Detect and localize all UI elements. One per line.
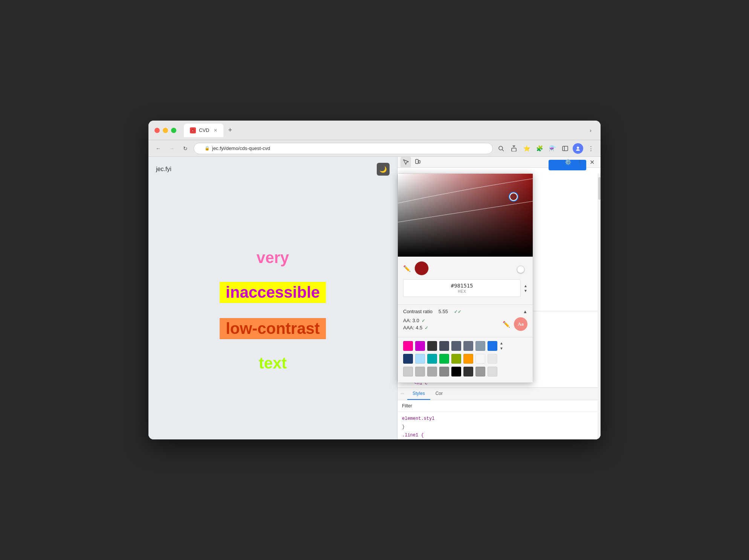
- css-line1-selector: .line1 {: [402, 431, 596, 439]
- maximize-button[interactable]: [171, 128, 176, 133]
- swatches-section: ▲ ▼: [398, 337, 533, 383]
- toolbar-icons: ⭐ 🧩 ⚗️ ⋮: [496, 143, 596, 154]
- hex-value: #981515: [451, 283, 473, 289]
- svg-rect-5: [512, 148, 516, 151]
- text-inaccessible: inaccessible: [220, 282, 326, 303]
- swatch-light1[interactable]: [475, 354, 485, 364]
- close-button[interactable]: [154, 128, 160, 133]
- swatches-row-2: [403, 354, 497, 364]
- site-title: jec.fyi: [156, 166, 171, 173]
- swatches-arrows[interactable]: ▲ ▼: [500, 341, 503, 350]
- text-low-contrast: low-contrast: [220, 318, 326, 339]
- swatch-magenta[interactable]: [415, 341, 425, 351]
- color-swatch-preview: [414, 261, 429, 275]
- swatch-lightgray[interactable]: [488, 367, 497, 376]
- swatches-up-arrow[interactable]: ▲: [500, 341, 503, 345]
- devtools-bottom-panel: ··· Styles Cor Filter element.styl } .li…: [397, 387, 601, 439]
- swatch-black[interactable]: [451, 367, 461, 376]
- share-icon[interactable]: [509, 143, 519, 154]
- color-gradient-canvas[interactable]: [398, 174, 533, 257]
- tab-favicon: c: [190, 127, 196, 133]
- extensions-icon[interactable]: 🧩: [534, 143, 545, 154]
- hex-up-arrow[interactable]: ▲: [524, 284, 527, 288]
- bookmark-icon[interactable]: ⭐: [521, 143, 532, 154]
- devtools-scrollbar[interactable]: [598, 173, 601, 439]
- swatches-down-arrow[interactable]: ▼: [500, 346, 503, 350]
- swatch-dark1[interactable]: [427, 341, 437, 351]
- devtools-scroll-thumb[interactable]: [598, 177, 601, 200]
- css-closing-1: }: [402, 423, 596, 431]
- contrast-eyedropper-button[interactable]: ✏️: [503, 321, 510, 328]
- search-icon[interactable]: [496, 143, 506, 154]
- swatch-orange[interactable]: [463, 354, 473, 364]
- devtools-close-button[interactable]: ✕: [587, 157, 598, 167]
- swatch-dark3[interactable]: [451, 341, 461, 351]
- contrast-ratio-value: 5.55: [439, 309, 448, 314]
- traffic-lights: [154, 128, 176, 133]
- svg-point-8: [577, 147, 579, 149]
- tab-title: CVD: [199, 127, 209, 133]
- swatch-gray3[interactable]: [427, 367, 437, 376]
- svg-rect-6: [563, 146, 568, 151]
- swatch-gray4[interactable]: [439, 367, 449, 376]
- swatch-light2[interactable]: [488, 354, 497, 364]
- inspector-tool-button[interactable]: [400, 157, 411, 167]
- profile-icon[interactable]: [573, 143, 583, 154]
- swatch-slate[interactable]: [475, 341, 485, 351]
- eyedropper-button[interactable]: ✏️: [403, 265, 411, 272]
- swatch-olive[interactable]: [451, 354, 461, 364]
- tab-bar: c CVD ✕ + ›: [184, 124, 595, 137]
- hex-input[interactable]: #981515 HEX: [403, 279, 521, 297]
- tab-more-button[interactable]: ›: [587, 126, 595, 135]
- minimize-button[interactable]: [163, 128, 168, 133]
- tab-close-icon[interactable]: ✕: [214, 128, 217, 133]
- contrast-aa-row: AA: 3.0 ✓ AAA: 4.5 ✓ ✏️ Aa: [403, 317, 527, 331]
- svg-text:c: c: [192, 129, 194, 132]
- svg-line-3: [502, 150, 504, 151]
- new-tab-button[interactable]: +: [225, 125, 235, 136]
- color-picker-handle[interactable]: [509, 193, 518, 201]
- aa-check-icon: ✓: [422, 318, 425, 323]
- contrast-collapse-button[interactable]: ▲: [523, 309, 527, 314]
- url-text: jec.fyi/demo/cds-quest-cvd: [212, 145, 270, 151]
- swatch-dark4[interactable]: [463, 341, 473, 351]
- title-bar: c CVD ✕ + ›: [148, 121, 601, 140]
- filter-input[interactable]: Filter: [397, 400, 601, 412]
- tab-styles[interactable]: Styles: [407, 388, 430, 400]
- contrast-right: ✏️ Aa: [503, 317, 527, 331]
- forward-button[interactable]: →: [167, 143, 177, 154]
- swatch-pink[interactable]: [403, 341, 413, 351]
- settings-button[interactable]: ⚙️: [563, 157, 573, 167]
- swatch-medgray[interactable]: [475, 367, 485, 376]
- swatches-row-1: [403, 341, 497, 351]
- performance-icon[interactable]: ⚗️: [547, 143, 558, 154]
- hex-down-arrow[interactable]: ▼: [524, 289, 527, 293]
- devtools-panel: ⚙️ ⋮ ✕: [397, 157, 601, 439]
- swatch-darkgray[interactable]: [463, 367, 473, 376]
- address-input[interactable]: 🔒 jec.fyi/demo/cds-quest-cvd: [194, 143, 493, 154]
- browser-tab[interactable]: c CVD ✕: [184, 124, 223, 137]
- preview-aa: Aa: [514, 317, 527, 331]
- dark-mode-button[interactable]: 🌙: [377, 163, 390, 176]
- webpage-header: jec.fyi 🌙: [148, 157, 397, 182]
- menu-icon[interactable]: ⋮: [585, 143, 596, 154]
- more-options-button[interactable]: ⋮: [575, 157, 585, 167]
- swatch-navy[interactable]: [403, 354, 413, 364]
- lock-icon: 🔒: [205, 146, 210, 151]
- swatch-gray2[interactable]: [415, 367, 425, 376]
- tab-computed[interactable]: Cor: [430, 388, 448, 400]
- contrast-check-icon: ✓✓: [454, 309, 462, 314]
- device-mode-button[interactable]: [413, 157, 423, 167]
- swatch-gray1[interactable]: [403, 367, 413, 376]
- reload-button[interactable]: ↻: [180, 143, 191, 154]
- back-button[interactable]: ←: [153, 143, 164, 154]
- swatch-dark2[interactable]: [439, 341, 449, 351]
- css-element-line: element.styl: [402, 415, 596, 423]
- swatch-lightblue[interactable]: [415, 354, 425, 364]
- hex-label: HEX: [458, 289, 466, 294]
- swatch-green[interactable]: [439, 354, 449, 364]
- hex-arrows[interactable]: ▲ ▼: [524, 284, 527, 293]
- sidebar-icon[interactable]: [560, 143, 570, 154]
- swatch-blue[interactable]: [488, 341, 497, 351]
- swatch-teal[interactable]: [427, 354, 437, 364]
